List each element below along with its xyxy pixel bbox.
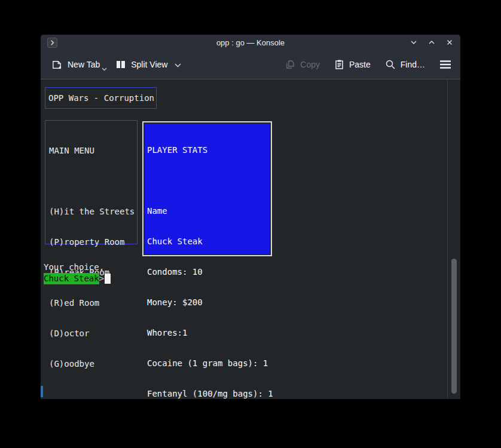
menu-item: (D)octor <box>49 328 137 339</box>
konsole-app-icon <box>47 38 57 48</box>
game-banner-box: OPP Wars - Corruption <box>45 87 157 109</box>
stats-line: Condoms: 10 <box>147 266 270 278</box>
chevron-down-icon[interactable] <box>175 60 181 69</box>
player-name-highlight: Chuck Steak <box>44 273 99 284</box>
terminal-view[interactable]: OPP Wars - Corruption MAIN MENU (H)it th… <box>41 80 460 399</box>
scrollbar-thumb[interactable] <box>451 259 457 394</box>
menu-item: (G)oodbye <box>49 358 137 370</box>
find-button[interactable]: Find… <box>385 59 425 70</box>
menu-item: (H)it the Streets <box>49 206 137 217</box>
search-icon <box>385 59 396 70</box>
titlebar[interactable]: opp : go — Konsole <box>41 35 460 50</box>
copy-button[interactable]: Copy <box>285 59 320 70</box>
prompt-input-line[interactable]: Chuck Steak> <box>44 273 111 284</box>
stats-line: Whores:1 <box>147 327 270 339</box>
hamburger-menu-button[interactable] <box>439 60 451 69</box>
minimize-icon[interactable] <box>409 38 418 47</box>
window-title: opp : go — Konsole <box>41 38 460 47</box>
scrollbar[interactable] <box>447 80 460 399</box>
paste-icon <box>334 59 344 70</box>
close-icon[interactable] <box>445 38 454 47</box>
terminal-cursor <box>105 274 111 284</box>
paste-button[interactable]: Paste <box>334 59 371 70</box>
chevron-down-icon[interactable] <box>102 63 107 73</box>
main-menu-title: MAIN MENU <box>49 145 137 157</box>
new-tab-icon <box>51 59 63 70</box>
hamburger-menu-icon <box>439 60 451 69</box>
spacer <box>147 175 270 186</box>
paste-label: Paste <box>349 60 371 69</box>
toolbar: New Tab Split View <box>41 50 460 79</box>
menu-item: (P)roperty Room <box>49 237 137 248</box>
menu-item: (R)ed Room <box>49 297 137 309</box>
player-stats-title: PLAYER STATS <box>147 145 270 156</box>
main-menu-box: MAIN MENU (H)it the Streets (P)roperty R… <box>45 120 138 244</box>
split-view-label: Split View <box>131 60 167 69</box>
scroll-activity-marker <box>41 386 43 397</box>
find-label: Find… <box>401 60 425 69</box>
konsole-window: opp : go — Konsole <box>41 35 460 399</box>
player-stats-fill: PLAYER STATS Name Chuck Steak Condoms: 1… <box>145 124 270 254</box>
copy-icon <box>285 59 295 70</box>
split-view-icon <box>115 59 126 70</box>
split-view-button[interactable]: Split View <box>115 59 181 70</box>
stats-line: Cocaine (1 gram bags): 1 <box>147 358 270 369</box>
copy-label: Copy <box>300 60 320 69</box>
stats-line: Name <box>147 205 270 217</box>
prompt-text: Your choice, <box>44 262 104 273</box>
stats-line: Chuck Steak <box>147 236 270 247</box>
stats-line: Fentanyl (100/mg bags): 1 <box>147 388 270 399</box>
maximize-icon[interactable] <box>427 38 436 47</box>
spacer <box>49 176 137 187</box>
game-banner-text: OPP Wars - Corruption <box>48 93 154 103</box>
player-stats-box: PLAYER STATS Name Chuck Steak Condoms: 1… <box>142 121 272 256</box>
stats-line: Money: $200 <box>147 297 270 308</box>
prompt-char: > <box>99 273 104 284</box>
new-tab-button[interactable]: New Tab <box>51 59 100 70</box>
new-tab-label: New Tab <box>68 60 100 69</box>
